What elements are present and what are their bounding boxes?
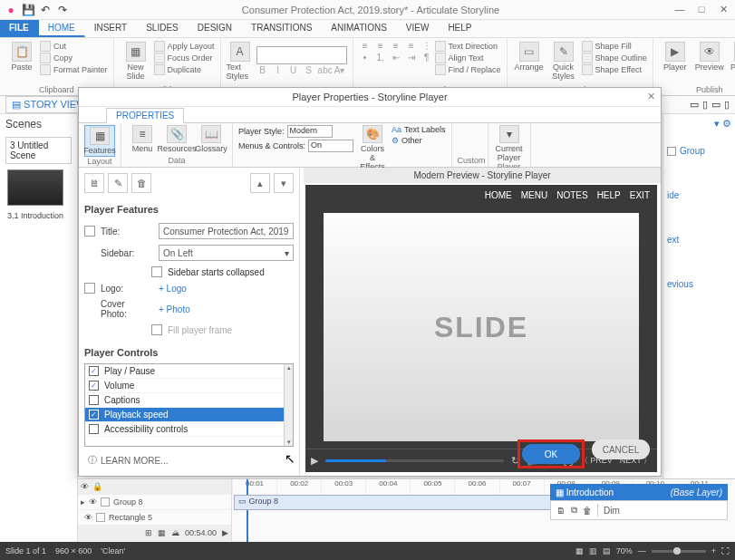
checkbox[interactable]: [89, 381, 99, 391]
zoom-in-icon[interactable]: +: [711, 546, 716, 555]
align-text-button[interactable]: Align Text: [435, 53, 501, 63]
timeline-tool-icon[interactable]: ⊞: [145, 528, 152, 537]
move-down-icon[interactable]: ▾: [274, 173, 294, 193]
edit-icon[interactable]: ✎: [108, 173, 128, 193]
add-logo-link[interactable]: + Logo: [159, 284, 187, 294]
checkbox[interactable]: [89, 410, 99, 420]
paste-button[interactable]: 📋Paste: [5, 40, 38, 72]
font-selector[interactable]: [256, 46, 347, 64]
ok-button[interactable]: OK: [522, 444, 580, 464]
player-style-select[interactable]: Modern: [287, 125, 333, 138]
cancel-button[interactable]: CANCEL: [592, 439, 650, 459]
checkbox[interactable]: [89, 395, 99, 405]
close-button[interactable]: ✕: [715, 4, 731, 15]
checkbox[interactable]: [89, 366, 99, 376]
player-control-item[interactable]: Playback speed: [85, 408, 293, 422]
layer-add-icon[interactable]: 🗎: [556, 506, 566, 516]
device-phone-p-icon[interactable]: ▯: [724, 99, 730, 111]
colors-effects-button[interactable]: 🎨Colors & Effects: [357, 125, 388, 171]
checkbox[interactable]: [89, 424, 99, 434]
layer-del-icon[interactable]: 🗑: [583, 506, 592, 516]
learn-more-link[interactable]: ⓘLEARN MORE...: [88, 454, 168, 467]
player-menu[interactable]: MENU: [521, 190, 547, 200]
save-icon[interactable]: 💾: [21, 3, 35, 17]
dialog-close-button[interactable]: ✕: [647, 91, 655, 102]
logo-checkbox[interactable]: [84, 283, 95, 294]
slide-thumbnail[interactable]: [7, 169, 63, 206]
text-styles-button[interactable]: AText Styles: [227, 40, 254, 81]
zoom-out-icon[interactable]: —: [638, 546, 646, 555]
title-checkbox[interactable]: [84, 226, 95, 237]
current-player-button[interactable]: ▾Current Player: [494, 125, 525, 162]
shape-effect-button[interactable]: Shape Effect: [582, 64, 647, 75]
text-labels-button[interactable]: AaText Labels: [392, 125, 446, 134]
collapse-checkbox[interactable]: [151, 266, 162, 277]
find-replace-button[interactable]: Find / Replace: [435, 64, 501, 75]
text-direction-button[interactable]: Text Direction: [435, 41, 501, 52]
eye-icon[interactable]: 👁: [81, 482, 89, 491]
device-desktop-icon[interactable]: ▭: [690, 99, 699, 111]
apply-layout-button[interactable]: Apply Layout: [154, 41, 215, 52]
fill-frame-checkbox[interactable]: [151, 324, 162, 335]
tab-help[interactable]: HELP: [439, 20, 481, 37]
sidebar-select[interactable]: On Left▾: [159, 245, 294, 261]
player-home[interactable]: HOME: [485, 190, 512, 200]
scrollbar[interactable]: ▴▾: [284, 364, 293, 446]
paragraph-list-strip[interactable]: •1.⇤⇥¶: [359, 53, 433, 63]
lock-icon[interactable]: 🔒: [92, 482, 102, 491]
title-input[interactable]: Consumer Protection Act, 2019: [159, 223, 294, 239]
timeline-row[interactable]: ▸👁Group 8: [78, 495, 231, 510]
features-button[interactable]: ▦Features: [84, 125, 115, 157]
focus-order-button[interactable]: Focus Order: [154, 53, 215, 63]
timeline-tool-icon[interactable]: ⛰: [171, 528, 179, 537]
link-partial-evious[interactable]: evious: [667, 275, 731, 293]
add-photo-link[interactable]: + Photo: [159, 304, 190, 314]
link-partial-ide[interactable]: ide: [667, 187, 731, 204]
move-up-icon[interactable]: ▴: [250, 173, 270, 193]
layer-header[interactable]: ▦ Introduction (Base Layer): [550, 484, 728, 500]
timeline-tool-icon[interactable]: ▦: [158, 528, 166, 537]
resources-button[interactable]: 📎Resources: [161, 125, 192, 153]
copy-button[interactable]: Copy: [40, 53, 108, 63]
shape-outline-button[interactable]: Shape Outline: [582, 53, 647, 63]
glossary-button[interactable]: 📖Glossary: [196, 125, 227, 153]
tab-home[interactable]: HOME: [39, 20, 85, 37]
preview-button[interactable]: 👁Preview: [693, 40, 726, 72]
tab-file[interactable]: FILE: [0, 20, 39, 37]
redo-icon[interactable]: ↷: [55, 3, 70, 17]
tab-animations[interactable]: ANIMATIONS: [322, 20, 396, 37]
menu-button[interactable]: ≡Menu: [127, 125, 158, 153]
scene-item[interactable]: 3 Untitled Scene: [5, 137, 72, 164]
playhead[interactable]: [247, 479, 248, 542]
new-icon[interactable]: 🗎: [84, 173, 104, 193]
timeline-row[interactable]: 👁Rectangle 5: [78, 510, 231, 526]
quick-styles-button[interactable]: ✎Quick Styles: [547, 40, 580, 81]
undo-icon[interactable]: ↶: [38, 3, 53, 17]
link-partial-ext[interactable]: ext: [667, 231, 731, 248]
publish-button[interactable]: ☁Publish: [728, 40, 735, 72]
other-button[interactable]: ⚙Other: [392, 136, 446, 145]
cut-button[interactable]: Cut: [40, 41, 108, 52]
player-control-item[interactable]: Accessibility controls: [85, 422, 293, 437]
maximize-button[interactable]: □: [693, 4, 710, 15]
player-control-item[interactable]: Play / Pause: [85, 364, 293, 379]
duplicate-button[interactable]: Duplicate: [154, 64, 215, 75]
timeline-play-icon[interactable]: ▶: [222, 528, 228, 537]
zoom-slider[interactable]: [652, 550, 706, 553]
group-checkbox-label[interactable]: Group: [680, 146, 705, 156]
player-control-item[interactable]: Captions: [85, 393, 293, 408]
status-view-icon[interactable]: ▦: [575, 546, 584, 555]
paragraph-align-strip[interactable]: ≡≡≡≡⋮: [359, 41, 433, 51]
delete-icon[interactable]: 🗑: [131, 173, 151, 193]
fit-icon[interactable]: ⛶: [721, 546, 730, 555]
play-icon[interactable]: ▶: [311, 455, 318, 467]
player-notes[interactable]: NOTES: [556, 190, 587, 200]
tab-slides[interactable]: SLIDES: [137, 20, 189, 37]
player-help[interactable]: HELP: [597, 190, 621, 200]
format-painter-button[interactable]: Format Painter: [40, 64, 108, 75]
tab-design[interactable]: DESIGN: [189, 20, 242, 37]
status-view-icon[interactable]: ▥: [589, 546, 597, 555]
player-control-item[interactable]: Volume: [85, 379, 293, 393]
player-button[interactable]: ▶Player: [659, 40, 691, 72]
device-phone-l-icon[interactable]: ▭: [711, 99, 720, 111]
